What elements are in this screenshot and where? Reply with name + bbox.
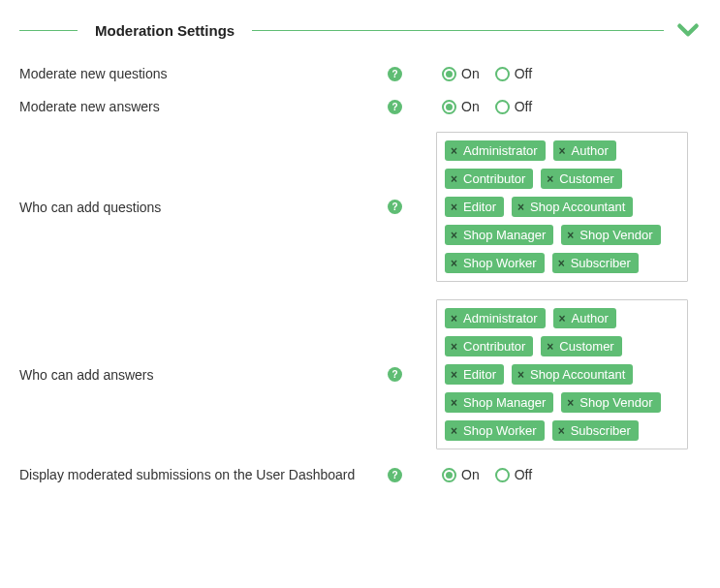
role-tag-label: Administrator — [463, 144, 538, 157]
radio-on[interactable]: On — [442, 467, 480, 482]
multiselect-who-add-questions[interactable]: ×Administrator×Author×Contributor×Custom… — [436, 132, 688, 282]
help-col: ? — [388, 200, 436, 214]
role-tag[interactable]: ×Administrator — [445, 308, 546, 328]
help-icon[interactable]: ? — [388, 200, 402, 214]
field-moderate-answers: Moderate new answers ? On Off — [19, 99, 701, 114]
role-tag-label: Editor — [463, 368, 496, 381]
role-tag-label: Shop Manager — [463, 229, 546, 241]
role-tag[interactable]: ×Shop Vendor — [561, 225, 660, 245]
remove-tag-icon[interactable]: × — [557, 313, 568, 325]
radio-group-display-dashboard: On Off — [436, 467, 701, 482]
help-col: ? — [388, 67, 436, 81]
role-tag-label: Shop Manager — [463, 396, 546, 409]
role-tag-label: Subscriber — [571, 424, 631, 437]
help-col: ? — [388, 100, 436, 114]
radio-circle-icon — [442, 67, 456, 81]
chevron-down-icon — [675, 17, 701, 43]
radio-label: On — [461, 66, 480, 81]
radio-circle-icon — [495, 100, 510, 114]
field-label: Who can add answers — [19, 367, 388, 383]
role-tag[interactable]: ×Editor — [445, 197, 504, 217]
section-header: Moderation Settings — [19, 17, 701, 43]
field-who-add-answers: Who can add answers ? ×Administrator×Aut… — [19, 299, 701, 449]
control-col: On Off — [436, 66, 701, 81]
remove-tag-icon[interactable]: × — [449, 258, 459, 269]
role-tag[interactable]: ×Customer — [541, 336, 621, 356]
remove-tag-icon[interactable]: × — [449, 397, 459, 409]
control-col: ×Administrator×Author×Contributor×Custom… — [436, 299, 701, 449]
role-tag[interactable]: ×Editor — [445, 364, 504, 385]
help-icon[interactable]: ? — [388, 67, 402, 81]
remove-tag-icon[interactable]: × — [449, 341, 459, 353]
remove-tag-icon[interactable]: × — [556, 258, 567, 269]
remove-tag-icon[interactable]: × — [557, 145, 568, 157]
collapse-toggle[interactable] — [675, 17, 701, 43]
role-tag-label: Shop Worker — [463, 257, 537, 269]
role-tag-label: Contributor — [463, 340, 525, 353]
role-tag[interactable]: ×Shop Manager — [445, 392, 553, 413]
remove-tag-icon[interactable]: × — [565, 397, 576, 409]
field-label: Moderate new answers — [19, 99, 388, 114]
remove-tag-icon[interactable]: × — [449, 230, 459, 241]
role-tag-label: Customer — [559, 340, 613, 353]
role-tag[interactable]: ×Administrator — [445, 140, 546, 161]
role-tag[interactable]: ×Author — [553, 140, 616, 161]
radio-label: On — [461, 467, 480, 482]
radio-off[interactable]: Off — [495, 66, 532, 81]
remove-tag-icon[interactable]: × — [449, 201, 459, 213]
role-tag-label: Author — [572, 144, 609, 157]
role-tag[interactable]: ×Shop Worker — [445, 420, 545, 441]
remove-tag-icon[interactable]: × — [449, 313, 459, 325]
remove-tag-icon[interactable]: × — [565, 230, 576, 241]
role-tag-label: Shop Worker — [463, 424, 537, 437]
radio-label: On — [461, 99, 480, 114]
role-tag-label: Shop Accountant — [530, 368, 625, 381]
role-tag[interactable]: ×Contributor — [445, 336, 533, 356]
role-tag[interactable]: ×Contributor — [445, 169, 533, 189]
help-icon[interactable]: ? — [388, 100, 402, 114]
radio-off[interactable]: Off — [495, 467, 532, 482]
role-tag[interactable]: ×Subscriber — [552, 420, 639, 441]
role-tag[interactable]: ×Shop Accountant — [512, 197, 633, 217]
role-tag-label: Shop Vendor — [579, 229, 652, 241]
role-tag[interactable]: ×Customer — [541, 169, 621, 189]
remove-tag-icon[interactable]: × — [449, 145, 459, 157]
remove-tag-icon[interactable]: × — [449, 369, 459, 381]
help-icon[interactable]: ? — [388, 468, 402, 482]
remove-tag-icon[interactable]: × — [516, 201, 526, 213]
remove-tag-icon[interactable]: × — [545, 341, 555, 353]
radio-off[interactable]: Off — [495, 99, 532, 114]
control-col: On Off — [436, 99, 701, 114]
radio-on[interactable]: On — [442, 99, 480, 114]
role-tag-label: Administrator — [463, 312, 538, 325]
role-tag[interactable]: ×Shop Manager — [445, 225, 553, 245]
remove-tag-icon[interactable]: × — [449, 425, 459, 437]
help-icon[interactable]: ? — [388, 367, 402, 382]
field-display-dashboard: Display moderated submissions on the Use… — [19, 467, 701, 482]
control-col: ×Administrator×Author×Contributor×Custom… — [436, 132, 701, 282]
role-tag-label: Customer — [559, 172, 613, 185]
remove-tag-icon[interactable]: × — [545, 173, 555, 185]
radio-group-moderate-questions: On Off — [436, 66, 701, 81]
role-tag[interactable]: ×Shop Worker — [445, 253, 545, 273]
role-tag[interactable]: ×Author — [553, 308, 616, 328]
multiselect-who-add-answers[interactable]: ×Administrator×Author×Contributor×Custom… — [436, 299, 688, 449]
role-tag[interactable]: ×Subscriber — [552, 253, 639, 273]
role-tag-label: Shop Accountant — [530, 201, 625, 213]
role-tag-label: Editor — [463, 201, 496, 213]
field-who-add-questions: Who can add questions ? ×Administrator×A… — [19, 132, 701, 282]
role-tag-label: Contributor — [463, 172, 525, 185]
remove-tag-icon[interactable]: × — [556, 425, 567, 437]
remove-tag-icon[interactable]: × — [516, 369, 526, 381]
radio-on[interactable]: On — [442, 66, 480, 81]
radio-label: Off — [515, 99, 532, 114]
radio-circle-icon — [495, 468, 510, 482]
divider-left — [19, 30, 78, 31]
role-tag-label: Subscriber — [571, 257, 631, 269]
section-title: Moderation Settings — [95, 22, 235, 39]
field-label: Display moderated submissions on the Use… — [19, 467, 388, 482]
role-tag[interactable]: ×Shop Accountant — [512, 364, 633, 385]
remove-tag-icon[interactable]: × — [449, 173, 459, 185]
role-tag[interactable]: ×Shop Vendor — [561, 392, 660, 413]
radio-circle-icon — [442, 100, 456, 114]
